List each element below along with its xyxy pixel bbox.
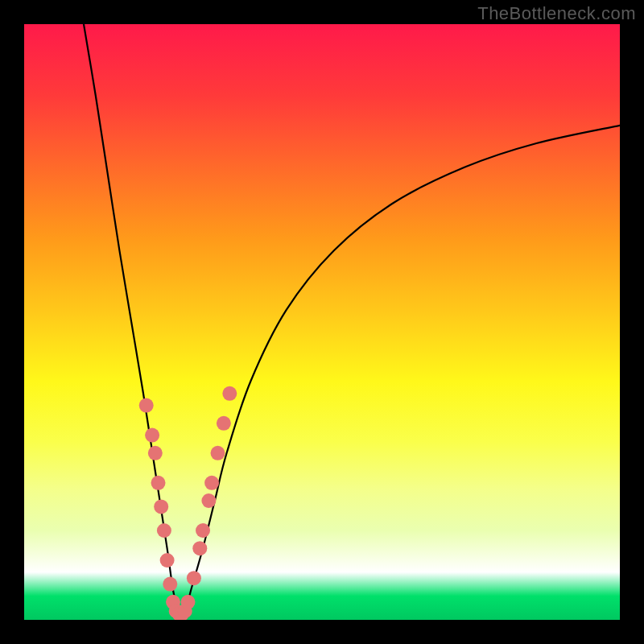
marker-point <box>181 595 196 609</box>
marker-point <box>222 386 237 401</box>
marker-point <box>139 398 154 413</box>
watermark-text: TheBottleneck.com <box>477 3 636 24</box>
marker-point <box>148 446 163 460</box>
marker-point <box>204 476 219 490</box>
marker-point <box>196 523 210 538</box>
chart-stage: TheBottleneck.com <box>0 0 644 644</box>
marker-point <box>151 476 166 490</box>
plot-area <box>24 24 620 620</box>
marker-point <box>160 553 175 568</box>
marker-point <box>145 428 159 443</box>
marker-point <box>211 446 225 460</box>
marker-point <box>157 523 171 538</box>
marker-point <box>217 416 231 431</box>
marker-point <box>187 571 201 585</box>
marker-point <box>154 499 168 514</box>
marker-point <box>201 493 216 508</box>
marker-group <box>139 386 237 620</box>
marker-point <box>192 541 207 555</box>
chart-svg <box>24 24 620 620</box>
marker-point <box>163 577 177 592</box>
